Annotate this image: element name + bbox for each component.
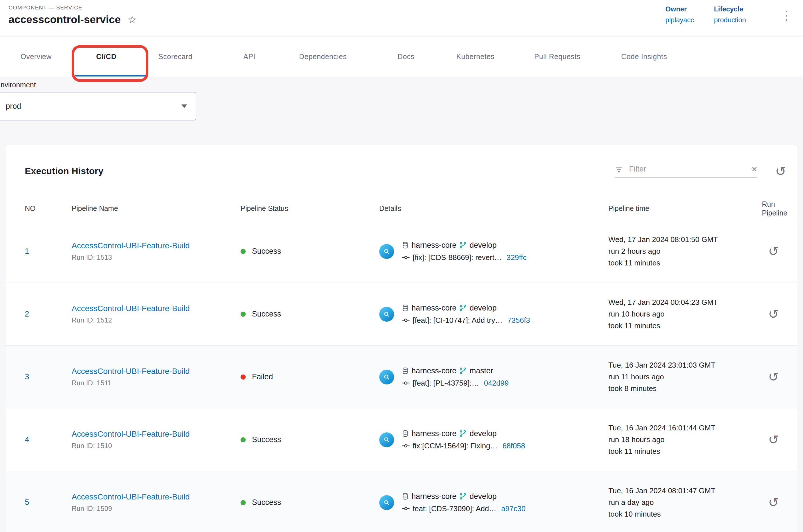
run-id: Run ID: 1513 [72, 253, 241, 262]
column-header-pipeline-time: Pipeline time [608, 204, 762, 213]
tab-cicd[interactable]: CI/CD [96, 37, 116, 76]
run-pipeline-button[interactable]: ↺ [768, 496, 779, 509]
commit-hash-link[interactable]: 68f058 [502, 441, 525, 450]
repo-icon [402, 493, 409, 500]
lifecycle-meta: Lifecycle production [714, 5, 746, 24]
commit-icon [402, 379, 410, 387]
card-header: Execution History ✕ ↺ [5, 145, 798, 197]
execution-details-icon[interactable] [379, 369, 394, 384]
run-pipeline-button[interactable]: ↺ [768, 245, 779, 258]
environment-select[interactable]: prod [0, 92, 196, 120]
run-id: Run ID: 1509 [72, 505, 241, 513]
tab-code-insights[interactable]: Code Insights [621, 37, 667, 76]
run-id: Run ID: 1510 [72, 442, 241, 450]
card-title: Execution History [25, 166, 103, 176]
repo-icon [402, 304, 409, 312]
pipeline-name-link[interactable]: AccessControl-UBI-Feature-Build [72, 492, 241, 501]
branch-icon [459, 242, 466, 249]
tab-kubernetes[interactable]: Kubernetes [456, 37, 495, 76]
favorite-star-icon[interactable]: ☆ [128, 15, 137, 25]
commit-hash-link[interactable]: 329ffc [506, 253, 527, 262]
run-pipeline-button[interactable]: ↺ [768, 308, 779, 321]
pipeline-duration: took 11 minutes [608, 257, 762, 269]
commit-message: feat: [CDS-73090]: Add… [413, 504, 496, 513]
repo-name: harness-core [412, 429, 457, 438]
pipeline-name-link[interactable]: AccessControl-UBI-Feature-Build [72, 430, 241, 439]
status-dot [241, 312, 246, 317]
owner-value-link[interactable]: plplayacc [666, 16, 694, 24]
repo-name: harness-core [412, 492, 457, 501]
row-number: 4 [25, 435, 72, 444]
owner-meta: Owner plplayacc [666, 5, 694, 24]
commit-message: fix:[CCM-15649]: Fixing… [413, 441, 498, 450]
commit-icon [402, 441, 410, 450]
pipeline-duration: took 11 minutes [608, 320, 762, 331]
commit-icon [402, 504, 410, 513]
execution-details-icon[interactable] [379, 307, 394, 322]
filter-input[interactable] [628, 165, 746, 174]
tab-docs[interactable]: Docs [398, 37, 414, 76]
tab-bar: Overview CI/CD Scorecard API Dependencie… [0, 37, 803, 76]
column-header-no: NO [25, 204, 72, 213]
tab-dependencies[interactable]: Dependencies [299, 37, 347, 76]
run-id: Run ID: 1511 [72, 379, 241, 387]
header-meta: Owner plplayacc Lifecycle production ⋮ [666, 4, 793, 24]
pipeline-date: Tue, 16 Jan 2024 08:01:47 GMT [608, 485, 762, 497]
commit-icon [402, 316, 410, 324]
commit-hash-link[interactable]: a97c30 [501, 504, 525, 513]
table-row: 2 AccessControl-UBI-Feature-Build Run ID… [5, 283, 798, 346]
table-row: 5 AccessControl-UBI-Feature-Build Run ID… [5, 471, 798, 532]
tab-api[interactable]: API [244, 37, 255, 76]
pipeline-run-ago: run 10 hours ago [608, 308, 762, 320]
pipeline-name-link[interactable]: AccessControl-UBI-Feature-Build [72, 367, 241, 376]
table-row: 3 AccessControl-UBI-Feature-Build Run ID… [5, 346, 798, 408]
repo-name: harness-core [412, 366, 457, 375]
tab-pull-requests[interactable]: Pull Requests [534, 37, 580, 76]
status-text: Success [252, 310, 281, 319]
row-number: 1 [25, 247, 72, 256]
commit-icon [402, 253, 410, 262]
execution-details-icon[interactable] [379, 244, 394, 259]
filter-area: ✕ ↺ [615, 165, 786, 178]
branch-name: master [470, 366, 493, 375]
kebab-menu-icon[interactable]: ⋮ [780, 9, 793, 24]
column-header-pipeline-name: Pipeline Name [72, 204, 241, 213]
status-dot [241, 375, 246, 380]
commit-hash-link[interactable]: 7356f3 [508, 316, 530, 325]
status-text: Success [252, 435, 281, 444]
run-pipeline-button[interactable]: ↺ [768, 371, 779, 383]
environment-selected-value: prod [6, 102, 21, 111]
filter-input-box[interactable]: ✕ [615, 165, 757, 178]
repo-name: harness-core [412, 304, 457, 312]
column-header-details: Details [379, 204, 608, 213]
pipeline-name-link[interactable]: AccessControl-UBI-Feature-Build [72, 241, 241, 250]
execution-details-icon[interactable] [379, 432, 394, 447]
repo-icon [402, 367, 409, 375]
pipeline-run-ago: run a day ago [608, 497, 762, 508]
environment-label: nvironment [1, 80, 803, 89]
commit-hash-link[interactable]: 042d99 [484, 379, 509, 387]
table-row: 4 AccessControl-UBI-Feature-Build Run ID… [5, 408, 798, 471]
clear-filter-icon[interactable]: ✕ [751, 166, 758, 173]
status-text: Success [252, 498, 281, 507]
execution-history-card: Execution History ✕ ↺ NO Pipeline Name P… [5, 145, 798, 532]
column-header-pipeline-status: Pipeline Status [241, 204, 379, 213]
breadcrumb: COMPONENT — SERVICE [8, 4, 137, 11]
table-header-row: NO Pipeline Name Pipeline Status Details… [5, 197, 798, 220]
repo-icon [402, 430, 409, 437]
tab-scorecard[interactable]: Scorecard [158, 37, 192, 76]
pipeline-run-ago: run 2 hours ago [608, 245, 762, 257]
status-dot [241, 500, 246, 505]
pipeline-duration: took 10 minutes [608, 508, 762, 520]
tab-overview[interactable]: Overview [21, 37, 52, 76]
status-text: Success [252, 247, 281, 256]
chevron-down-icon [181, 104, 187, 108]
page-title: accesscontrol-service [8, 14, 121, 26]
pipeline-duration: took 11 minutes [608, 445, 762, 457]
branch-icon [459, 493, 466, 500]
pipeline-run-ago: run 18 hours ago [608, 434, 762, 445]
refresh-icon[interactable]: ↺ [775, 165, 786, 178]
pipeline-name-link[interactable]: AccessControl-UBI-Feature-Build [72, 304, 241, 313]
run-pipeline-button[interactable]: ↺ [768, 434, 779, 446]
execution-details-icon[interactable] [379, 495, 394, 510]
